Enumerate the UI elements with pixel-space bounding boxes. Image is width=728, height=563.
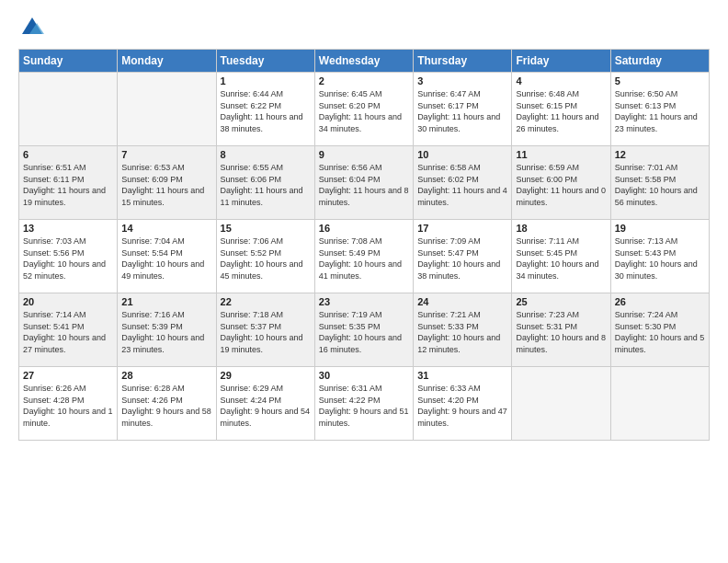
day-number: 6 <box>23 149 113 160</box>
calendar-weekday: Tuesday <box>216 50 314 73</box>
calendar-day-cell: 7Sunrise: 6:53 AM Sunset: 6:09 PM Daylig… <box>118 146 216 220</box>
calendar-day-cell <box>118 73 216 146</box>
day-info: Sunrise: 6:28 AM Sunset: 4:26 PM Dayligh… <box>121 383 211 429</box>
day-info: Sunrise: 6:31 AM Sunset: 4:22 PM Dayligh… <box>319 383 409 429</box>
day-info: Sunrise: 6:56 AM Sunset: 6:04 PM Dayligh… <box>319 162 409 208</box>
day-info: Sunrise: 7:04 AM Sunset: 5:54 PM Dayligh… <box>121 236 211 282</box>
day-number: 16 <box>319 223 409 234</box>
day-info: Sunrise: 7:16 AM Sunset: 5:39 PM Dayligh… <box>121 309 211 355</box>
day-info: Sunrise: 7:18 AM Sunset: 5:37 PM Dayligh… <box>221 309 311 355</box>
calendar-day-cell: 17Sunrise: 7:09 AM Sunset: 5:47 PM Dayli… <box>414 220 512 293</box>
calendar-day-cell: 25Sunrise: 7:23 AM Sunset: 5:31 PM Dayli… <box>512 293 610 367</box>
day-info: Sunrise: 6:55 AM Sunset: 6:06 PM Dayligh… <box>221 162 311 208</box>
calendar-day-cell: 30Sunrise: 6:31 AM Sunset: 4:22 PM Dayli… <box>314 367 413 441</box>
calendar-weekday: Friday <box>512 50 610 73</box>
day-info: Sunrise: 6:45 AM Sunset: 6:20 PM Dayligh… <box>319 88 409 134</box>
calendar-day-cell: 13Sunrise: 7:03 AM Sunset: 5:56 PM Dayli… <box>19 220 118 293</box>
day-number: 5 <box>615 75 705 86</box>
calendar-week-row: 27Sunrise: 6:26 AM Sunset: 4:28 PM Dayli… <box>19 367 710 441</box>
calendar-day-cell <box>19 73 118 146</box>
day-number: 31 <box>417 370 507 381</box>
day-info: Sunrise: 6:29 AM Sunset: 4:24 PM Dayligh… <box>221 383 311 429</box>
day-info: Sunrise: 6:58 AM Sunset: 6:02 PM Dayligh… <box>417 162 507 208</box>
day-info: Sunrise: 6:51 AM Sunset: 6:11 PM Dayligh… <box>23 162 113 208</box>
day-number: 11 <box>516 149 606 160</box>
day-number: 26 <box>615 296 705 307</box>
calendar-day-cell: 24Sunrise: 7:21 AM Sunset: 5:33 PM Dayli… <box>414 293 512 367</box>
day-info: Sunrise: 7:14 AM Sunset: 5:41 PM Dayligh… <box>23 309 113 355</box>
calendar-day-cell: 20Sunrise: 7:14 AM Sunset: 5:41 PM Dayli… <box>19 293 118 367</box>
calendar-day-cell: 15Sunrise: 7:06 AM Sunset: 5:52 PM Dayli… <box>216 220 314 293</box>
day-info: Sunrise: 7:08 AM Sunset: 5:49 PM Dayligh… <box>319 236 409 282</box>
calendar-week-row: 1Sunrise: 6:44 AM Sunset: 6:22 PM Daylig… <box>19 73 710 146</box>
calendar-day-cell <box>512 367 610 441</box>
calendar-day-cell: 10Sunrise: 6:58 AM Sunset: 6:02 PM Dayli… <box>414 146 512 220</box>
calendar-day-cell: 16Sunrise: 7:08 AM Sunset: 5:49 PM Dayli… <box>314 220 413 293</box>
calendar-day-cell: 26Sunrise: 7:24 AM Sunset: 5:30 PM Dayli… <box>610 293 709 367</box>
day-number: 29 <box>221 370 311 381</box>
day-info: Sunrise: 7:13 AM Sunset: 5:43 PM Dayligh… <box>615 236 705 282</box>
day-number: 4 <box>516 75 606 86</box>
day-number: 15 <box>221 223 311 234</box>
day-info: Sunrise: 7:21 AM Sunset: 5:33 PM Dayligh… <box>417 309 507 355</box>
calendar-day-cell: 22Sunrise: 7:18 AM Sunset: 5:37 PM Dayli… <box>216 293 314 367</box>
day-number: 8 <box>221 149 311 160</box>
calendar-weekday: Wednesday <box>314 50 413 73</box>
day-info: Sunrise: 6:44 AM Sunset: 6:22 PM Dayligh… <box>221 88 311 134</box>
day-number: 9 <box>319 149 409 160</box>
calendar-day-cell: 12Sunrise: 7:01 AM Sunset: 5:58 PM Dayli… <box>610 146 709 220</box>
calendar-day-cell: 2Sunrise: 6:45 AM Sunset: 6:20 PM Daylig… <box>314 73 413 146</box>
day-number: 14 <box>121 223 211 234</box>
day-info: Sunrise: 7:03 AM Sunset: 5:56 PM Dayligh… <box>23 236 113 282</box>
calendar-weekday: Sunday <box>19 50 118 73</box>
header <box>18 14 710 41</box>
calendar-day-cell: 8Sunrise: 6:55 AM Sunset: 6:06 PM Daylig… <box>216 146 314 220</box>
calendar-weekday: Monday <box>118 50 216 73</box>
day-number: 10 <box>417 149 507 160</box>
day-number: 3 <box>417 75 507 86</box>
day-info: Sunrise: 7:23 AM Sunset: 5:31 PM Dayligh… <box>516 309 606 355</box>
page: SundayMondayTuesdayWednesdayThursdayFrid… <box>0 0 728 563</box>
calendar-day-cell: 11Sunrise: 6:59 AM Sunset: 6:00 PM Dayli… <box>512 146 610 220</box>
calendar-week-row: 13Sunrise: 7:03 AM Sunset: 5:56 PM Dayli… <box>19 220 710 293</box>
day-info: Sunrise: 6:33 AM Sunset: 4:20 PM Dayligh… <box>417 383 507 429</box>
calendar-day-cell: 3Sunrise: 6:47 AM Sunset: 6:17 PM Daylig… <box>414 73 512 146</box>
calendar-weekday: Saturday <box>610 50 709 73</box>
calendar-day-cell: 9Sunrise: 6:56 AM Sunset: 6:04 PM Daylig… <box>314 146 413 220</box>
day-info: Sunrise: 6:26 AM Sunset: 4:28 PM Dayligh… <box>23 383 113 429</box>
day-info: Sunrise: 7:19 AM Sunset: 5:35 PM Dayligh… <box>319 309 409 355</box>
day-info: Sunrise: 7:06 AM Sunset: 5:52 PM Dayligh… <box>221 236 311 282</box>
calendar-day-cell: 29Sunrise: 6:29 AM Sunset: 4:24 PM Dayli… <box>216 367 314 441</box>
day-info: Sunrise: 6:59 AM Sunset: 6:00 PM Dayligh… <box>516 162 606 208</box>
calendar-weekday: Thursday <box>414 50 512 73</box>
calendar-day-cell: 6Sunrise: 6:51 AM Sunset: 6:11 PM Daylig… <box>19 146 118 220</box>
day-number: 27 <box>23 370 113 381</box>
day-number: 22 <box>221 296 311 307</box>
day-number: 25 <box>516 296 606 307</box>
day-info: Sunrise: 7:09 AM Sunset: 5:47 PM Dayligh… <box>417 236 507 282</box>
day-number: 1 <box>221 75 311 86</box>
logo-icon <box>18 14 46 41</box>
day-info: Sunrise: 6:48 AM Sunset: 6:15 PM Dayligh… <box>516 88 606 134</box>
day-info: Sunrise: 6:47 AM Sunset: 6:17 PM Dayligh… <box>417 88 507 134</box>
calendar-week-row: 6Sunrise: 6:51 AM Sunset: 6:11 PM Daylig… <box>19 146 710 220</box>
calendar-day-cell: 19Sunrise: 7:13 AM Sunset: 5:43 PM Dayli… <box>610 220 709 293</box>
calendar-day-cell: 5Sunrise: 6:50 AM Sunset: 6:13 PM Daylig… <box>610 73 709 146</box>
calendar-day-cell: 18Sunrise: 7:11 AM Sunset: 5:45 PM Dayli… <box>512 220 610 293</box>
calendar-day-cell: 4Sunrise: 6:48 AM Sunset: 6:15 PM Daylig… <box>512 73 610 146</box>
calendar-day-cell: 23Sunrise: 7:19 AM Sunset: 5:35 PM Dayli… <box>314 293 413 367</box>
calendar-day-cell <box>610 367 709 441</box>
calendar-day-cell: 1Sunrise: 6:44 AM Sunset: 6:22 PM Daylig… <box>216 73 314 146</box>
day-number: 24 <box>417 296 507 307</box>
day-info: Sunrise: 7:24 AM Sunset: 5:30 PM Dayligh… <box>615 309 705 355</box>
day-number: 7 <box>121 149 211 160</box>
calendar-day-cell: 28Sunrise: 6:28 AM Sunset: 4:26 PM Dayli… <box>118 367 216 441</box>
day-number: 28 <box>121 370 211 381</box>
day-info: Sunrise: 7:11 AM Sunset: 5:45 PM Dayligh… <box>516 236 606 282</box>
calendar-header-row: SundayMondayTuesdayWednesdayThursdayFrid… <box>19 50 710 73</box>
day-info: Sunrise: 6:50 AM Sunset: 6:13 PM Dayligh… <box>615 88 705 134</box>
calendar-table: SundayMondayTuesdayWednesdayThursdayFrid… <box>18 49 710 441</box>
calendar-day-cell: 31Sunrise: 6:33 AM Sunset: 4:20 PM Dayli… <box>414 367 512 441</box>
calendar-day-cell: 27Sunrise: 6:26 AM Sunset: 4:28 PM Dayli… <box>19 367 118 441</box>
day-number: 20 <box>23 296 113 307</box>
